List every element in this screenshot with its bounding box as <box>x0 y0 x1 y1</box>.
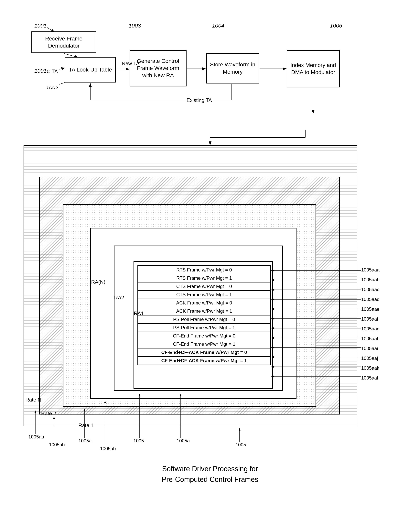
ref-1005aaf: 1005aaf <box>361 316 378 322</box>
ref-1004: 1004 <box>212 23 224 29</box>
table-row-11: CF-End+CF-ACK Frame w/Pwr Mgt = 0 <box>138 348 270 357</box>
label-ta: TA <box>52 68 58 74</box>
label-existing-ta: Existing TA <box>186 97 212 103</box>
ref-1005: 1005 <box>236 442 246 448</box>
caption-line1: Software Driver Processing for <box>16 463 404 474</box>
ref-1005aag: 1005aag <box>361 326 380 331</box>
table-row-3: CTS Frame w/Pwr Mgt = 0 <box>138 282 270 291</box>
ref-1005ab: 1005ab <box>100 446 116 451</box>
ref-1005aai: 1005aai <box>361 346 378 351</box>
ref-1005aac: 1005aac <box>361 287 379 292</box>
table-row-2: RTS Frame w/Pwr Mgt = 1 <box>138 274 270 282</box>
box-ta-lookup: TA Look-Up Table <box>65 57 116 82</box>
table-row-6: ACK Frame w/Pwr Mgt = 1 <box>138 307 270 316</box>
bottom-diagram: RTS Frame w/Pwr Mgt = 0 RTS Frame w/Pwr … <box>24 145 397 456</box>
ref-1002: 1002 <box>46 84 58 91</box>
table-row-8: PS-Poll Frame w/Pwr Mgt = 1 <box>138 324 270 332</box>
table-row-9: CF-End Frame w/Pwr Mgt = 0 <box>138 332 270 340</box>
ref-1005aae: 1005aae <box>361 306 380 312</box>
connect-svg <box>24 130 397 145</box>
box-generate: Generate Control Frame Waveform with New… <box>130 50 186 86</box>
table-row-4: CTS Frame w/Pwr Mgt = 1 <box>138 291 270 299</box>
label-rate-2: Rate 2 <box>41 410 56 417</box>
ref-1005aad: 1005aad <box>361 297 380 302</box>
label-rate-1: Rate 1 <box>79 422 94 428</box>
ref-1005ac: 1005a <box>79 438 92 444</box>
ref-1003: 1003 <box>129 23 141 29</box>
label-new-ta: New TA <box>122 61 139 66</box>
caption-line2: Pre-Computed Control Frames <box>16 474 404 485</box>
table-row-12: CF-End+CF-ACK Frame w/Pwr Mgt = 1 <box>138 357 270 365</box>
label-ra1: RA1 <box>134 310 144 317</box>
caption: Software Driver Processing for Pre-Compu… <box>16 463 404 485</box>
ref-1005aab: 1005aab <box>361 277 380 282</box>
ref-1005a: 1005a <box>177 438 190 444</box>
ref-1006: 1006 <box>330 23 342 29</box>
table-row-10: CF-End Frame w/Pwr Mgt = 1 <box>138 340 270 348</box>
inner-table: RTS Frame w/Pwr Mgt = 0 RTS Frame w/Pwr … <box>137 265 271 365</box>
ref-1005c: 1005aa <box>28 434 44 440</box>
ref-1005aal: 1005aal <box>361 375 378 381</box>
ref-1005b: 1005ab <box>49 442 65 448</box>
box-store: Store Waveform in Memory <box>206 53 259 83</box>
table-row-1: RTS Frame w/Pwr Mgt = 0 <box>138 266 270 274</box>
ref-1005aak: 1005aak <box>361 365 379 371</box>
ref-1001a: 1001a <box>34 68 50 74</box>
bottom-diagram-wrapper: RTS Frame w/Pwr Mgt = 0 RTS Frame w/Pwr … <box>24 130 397 456</box>
ref-1001: 1001 <box>34 23 47 29</box>
ref-1005aa: 1005 <box>133 438 144 444</box>
label-ra2: RA2 <box>114 295 124 301</box>
table-row-7: PS-Poll Frame w/Pwr Mgt = 0 <box>138 316 270 324</box>
label-rate-n: Rate N <box>26 397 41 403</box>
svg-line-4 <box>59 68 66 69</box>
ref-1005aah: 1005aah <box>361 336 380 341</box>
page: 1001 1001a 1002 1003 1004 1006 Receive F… <box>0 0 420 529</box>
box-receive: Receive Frame Demodulator <box>31 31 96 53</box>
top-diagram: 1001 1001a 1002 1003 1004 1006 Receive F… <box>16 12 404 122</box>
ref-1005aaa: 1005aaa <box>361 267 380 273</box>
table-row-5: ACK Frame w/Pwr Mgt = 0 <box>138 299 270 307</box>
ref-1005aaj: 1005aaj <box>361 356 378 361</box>
box-index: Index Memory and DMA to Modulator <box>287 50 340 87</box>
label-ra-n: RA(N) <box>91 279 105 285</box>
